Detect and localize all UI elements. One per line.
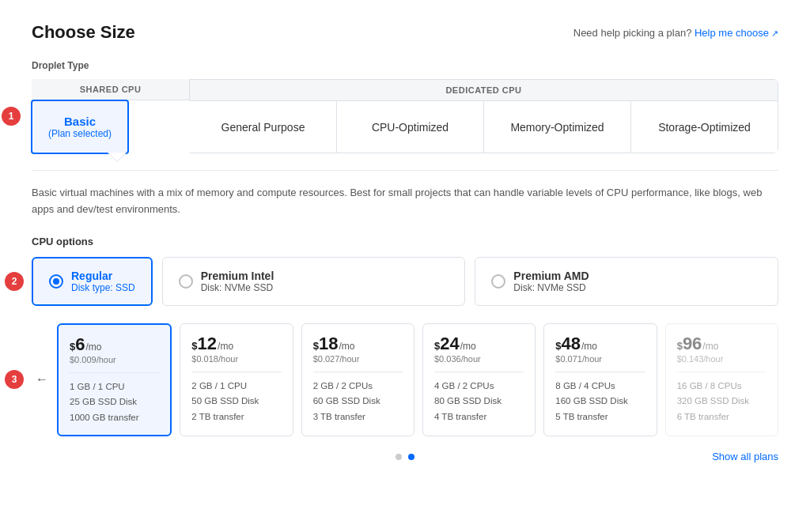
price-hour-4: $0.036/hour <box>434 354 524 364</box>
spec-6-0: 16 GB / 8 CPUs <box>677 379 766 394</box>
price-per-2: /mo <box>218 341 233 352</box>
step-badge-1: 1 <box>2 107 21 126</box>
pagination-row: Show all plans <box>32 451 778 462</box>
shared-cpu-label: SHARED CPU <box>32 79 190 100</box>
card-divider-5 <box>555 372 645 372</box>
price-per-5: /mo <box>581 341 597 352</box>
spec-2-1: 50 GB SSD Disk <box>191 394 281 409</box>
price-dollar-5: $ <box>555 340 561 352</box>
pricing-card-48mo[interactable]: $ 48 /mo $0.071/hour 8 GB / 4 CPUs 160 G… <box>543 323 657 437</box>
cpu-option-premium-amd[interactable]: Premium AMD Disk: NVMe SSD <box>475 257 778 306</box>
pricing-card-96mo[interactable]: $ 96 /mo $0.143/hour 16 GB / 8 CPUs 320 … <box>665 323 778 437</box>
pricing-card-6mo[interactable]: $ 6 /mo $0.009/hour 1 GB / 1 CPU 25 GB S… <box>57 323 172 437</box>
price-dollar-4: $ <box>434 340 440 352</box>
cpu-amd-disk: Disk: NVMe SSD <box>513 282 589 293</box>
price-per-6: /mo <box>702 341 718 352</box>
price-hour-2: $0.018/hour <box>191 354 281 364</box>
pagination-dots <box>396 454 414 460</box>
card-divider-1 <box>70 372 159 373</box>
spec-5-1: 160 GB SSD Disk <box>555 394 645 409</box>
card-divider-2 <box>191 372 281 372</box>
dot-2[interactable] <box>408 454 414 460</box>
spec-6-2: 6 TB transfer <box>677 409 766 425</box>
tab-basic[interactable]: Basic (Plan selected) <box>31 100 129 154</box>
price-hour-6: $0.143/hour <box>677 354 766 364</box>
price-dollar-2: $ <box>191 340 197 352</box>
spec-3-0: 2 GB / 2 CPUs <box>313 379 403 394</box>
tab-memory-optimized[interactable]: Memory-Optimized <box>484 101 631 153</box>
tab-general-purpose[interactable]: General Purpose <box>190 101 337 153</box>
tab-storage-optimized[interactable]: Storage-Optimized <box>631 101 778 153</box>
pricing-card-12mo[interactable]: $ 12 /mo $0.018/hour 2 GB / 1 CPU 50 GB … <box>180 323 293 437</box>
cpu-regular-name: Regular <box>71 270 135 282</box>
cpu-options-row: 2 Regular Disk type: SSD Premium Intel D… <box>32 257 778 306</box>
spec-4-1: 80 GB SSD Disk <box>434 394 524 409</box>
tab-basic-name: Basic <box>64 115 96 128</box>
spec-2-2: 2 TB transfer <box>191 409 281 425</box>
spec-5-2: 5 TB transfer <box>555 409 645 425</box>
price-amount-1: 6 <box>75 336 85 353</box>
cpu-amd-text: Premium AMD Disk: NVMe SSD <box>513 270 589 293</box>
step-badge-2: 2 <box>5 272 24 291</box>
price-per-4: /mo <box>460 341 476 352</box>
radio-regular <box>49 274 63 289</box>
price-hour-5: $0.071/hour <box>555 354 645 364</box>
help-me-choose-link[interactable]: Help me choose <box>695 27 778 39</box>
card-divider-4 <box>434 372 524 372</box>
price-hour-1: $0.009/hour <box>70 355 159 364</box>
pricing-prev-arrow[interactable]: ← <box>32 323 52 437</box>
cpu-options-label: CPU options <box>32 236 778 247</box>
dot-1[interactable] <box>396 454 402 460</box>
step-badge-3: 3 <box>5 370 24 389</box>
droplet-type-label: Droplet Type <box>32 60 778 71</box>
tab-general-purpose-label: General Purpose <box>221 121 305 134</box>
spec-6-1: 320 GB SSD Disk <box>677 394 766 409</box>
cpu-regular-disk: Disk type: SSD <box>71 282 135 293</box>
dedicated-cpu-label: DEDICATED CPU <box>190 80 778 101</box>
tab-cpu-optimized-label: CPU-Optimized <box>372 121 449 134</box>
price-amount-3: 18 <box>319 335 338 353</box>
cpu-intel-text: Premium Intel Disk: NVMe SSD <box>201 270 274 293</box>
pricing-card-24mo[interactable]: $ 24 /mo $0.036/hour 4 GB / 2 CPUs 80 GB… <box>422 323 536 437</box>
tab-basic-sub: (Plan selected) <box>48 128 112 139</box>
cpu-amd-name: Premium AMD <box>513 270 589 282</box>
card-divider-3 <box>313 372 403 372</box>
cpu-intel-disk: Disk: NVMe SSD <box>201 282 274 293</box>
spec-1-2: 1000 GB transfer <box>70 410 159 426</box>
tab-cpu-optimized[interactable]: CPU-Optimized <box>337 101 484 153</box>
tab-memory-optimized-label: Memory-Optimized <box>510 121 604 134</box>
section-divider-1 <box>32 170 778 171</box>
spec-1-0: 1 GB / 1 CPU <box>70 379 159 395</box>
show-all-plans-link[interactable]: Show all plans <box>712 451 778 462</box>
plan-description: Basic virtual machines with a mix of mem… <box>32 185 778 218</box>
price-per-1: /mo <box>85 341 101 353</box>
card-divider-6 <box>677 372 766 372</box>
price-amount-5: 48 <box>562 335 581 353</box>
pricing-row: ← $ 6 /mo $0.009/hour 1 GB / 1 CPU 25 GB… <box>32 323 778 437</box>
price-amount-6: 96 <box>683 335 702 353</box>
dropdown-arrow-inner <box>108 153 126 161</box>
pricing-card-18mo[interactable]: $ 18 /mo $0.027/hour 2 GB / 2 CPUs 60 GB… <box>301 323 414 437</box>
price-hour-3: $0.027/hour <box>313 354 403 364</box>
price-amount-2: 12 <box>198 335 217 353</box>
price-dollar-3: $ <box>313 340 319 352</box>
spec-3-1: 60 GB SSD Disk <box>313 394 403 409</box>
spec-4-0: 4 GB / 2 CPUs <box>434 379 524 394</box>
help-section: Need help picking a plan? Help me choose <box>573 27 778 39</box>
page-title: Choose Size <box>32 22 135 43</box>
spec-2-0: 2 GB / 1 CPU <box>191 379 281 394</box>
cpu-regular-text: Regular Disk type: SSD <box>71 270 135 293</box>
spec-4-2: 4 TB transfer <box>434 409 524 425</box>
spec-3-2: 3 TB transfer <box>313 409 403 425</box>
price-amount-4: 24 <box>440 335 459 353</box>
cpu-option-regular[interactable]: Regular Disk type: SSD <box>32 257 153 306</box>
radio-premium-intel <box>179 274 193 289</box>
radio-premium-amd <box>491 274 505 289</box>
cpu-option-premium-intel[interactable]: Premium Intel Disk: NVMe SSD <box>162 257 466 306</box>
price-dollar-1: $ <box>70 341 75 353</box>
tab-storage-optimized-label: Storage-Optimized <box>658 121 751 134</box>
spec-5-0: 8 GB / 4 CPUs <box>555 379 645 394</box>
help-text-label: Need help picking a plan? <box>573 27 692 39</box>
spec-1-1: 25 GB SSD Disk <box>70 394 159 410</box>
price-per-3: /mo <box>339 341 354 352</box>
